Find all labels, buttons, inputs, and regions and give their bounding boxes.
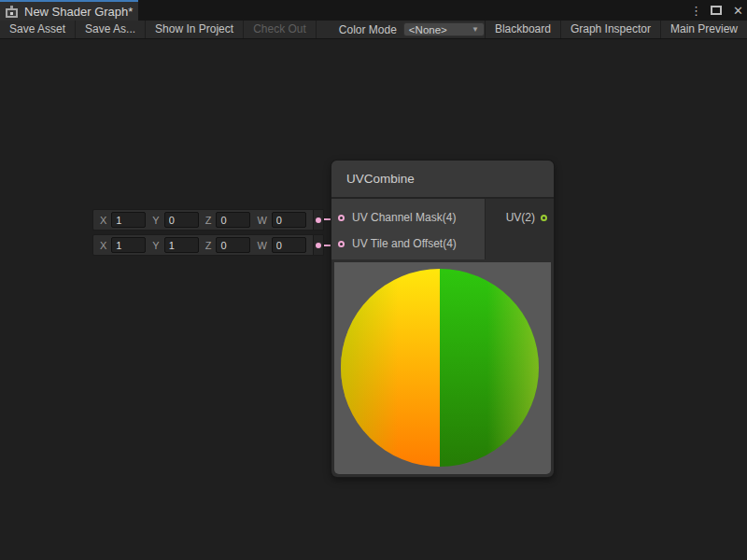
graph-canvas[interactable]: X Y Z W [0, 40, 747, 560]
input-port-icon[interactable] [338, 215, 345, 221]
check-out-button[interactable]: Check Out [244, 21, 317, 38]
output-port-row: UV(2) [486, 204, 554, 231]
preview-sphere [341, 269, 539, 467]
z-field[interactable] [216, 237, 250, 253]
tab-title: New Shader Graph* [24, 5, 133, 19]
node-uvcombine[interactable]: UVCombine UV Channel Mask(4) UV Tile and… [331, 161, 554, 477]
save-as-button[interactable]: Save As... [76, 21, 146, 38]
window-controls: ⋮ ✕ [690, 0, 743, 21]
x-field[interactable] [111, 237, 146, 253]
w-field[interactable] [272, 237, 306, 253]
shader-graph-icon [6, 7, 18, 18]
input-port-label: UV Tile and Offset(4) [352, 237, 457, 250]
z-label: Z [205, 215, 212, 226]
node-input-ports: UV Channel Mask(4) UV Tile and Offset(4) [331, 199, 485, 259]
output-port-icon[interactable] [541, 215, 547, 221]
blackboard-button[interactable]: Blackboard [485, 21, 560, 38]
show-in-project-button[interactable]: Show In Project [146, 21, 244, 38]
vector4-output-port[interactable] [313, 210, 323, 230]
port-dot-icon [316, 217, 321, 223]
maximize-icon[interactable] [711, 6, 722, 15]
vector4-fields: X Y Z W [93, 210, 313, 230]
preview-surface [334, 262, 551, 474]
vector4-output-port[interactable] [313, 235, 323, 255]
color-mode-label: Color Mode [339, 23, 403, 36]
color-mode-dropdown[interactable]: <None> ▼ [403, 22, 485, 36]
y-label: Y [152, 215, 159, 226]
node-port-area: UV Channel Mask(4) UV Tile and Offset(4)… [331, 199, 554, 259]
main-preview-button[interactable]: Main Preview [660, 21, 747, 38]
vector4-input-row-1: X Y Z W [92, 209, 324, 231]
node-output-ports: UV(2) [485, 199, 554, 259]
y-field[interactable] [164, 237, 199, 253]
tab-new-shader-graph[interactable]: New Shader Graph* [0, 0, 138, 21]
shader-graph-window: New Shader Graph* ⋮ ✕ Save Asset Save As… [0, 0, 747, 560]
y-label: Y [152, 240, 159, 251]
w-label: W [257, 215, 266, 226]
w-label: W [257, 240, 266, 251]
input-port-row: UV Channel Mask(4) [331, 204, 485, 231]
toolbar-right-group: Blackboard Graph Inspector Main Preview [485, 21, 747, 38]
chevron-down-icon: ▼ [472, 25, 479, 34]
node-title: UVCombine [331, 161, 554, 199]
output-port-label: UV(2) [506, 211, 535, 224]
save-asset-button[interactable]: Save Asset [0, 21, 76, 38]
input-port-row: UV Tile and Offset(4) [331, 231, 485, 257]
vector4-fields: X Y Z W [93, 235, 313, 255]
input-port-label: UV Channel Mask(4) [352, 211, 456, 224]
w-field[interactable] [272, 212, 306, 228]
graph-inspector-button[interactable]: Graph Inspector [560, 21, 660, 38]
x-label: X [100, 215, 106, 226]
z-label: Z [205, 240, 212, 251]
y-field[interactable] [164, 212, 199, 228]
tab-bar: New Shader Graph* ⋮ ✕ [0, 0, 747, 21]
x-label: X [100, 240, 106, 251]
node-preview [331, 259, 554, 477]
color-mode-value: <None> [409, 24, 447, 35]
preview-sphere-right-half [440, 269, 539, 467]
port-dot-icon [316, 243, 321, 248]
close-icon[interactable]: ✕ [733, 4, 743, 18]
kebab-menu-icon[interactable]: ⋮ [690, 4, 699, 18]
x-field[interactable] [111, 212, 146, 228]
toolbar: Save Asset Save As... Show In Project Ch… [0, 21, 747, 39]
z-field[interactable] [216, 212, 250, 228]
preview-sphere-left-half [341, 269, 440, 467]
input-port-icon[interactable] [338, 241, 345, 247]
vector4-input-row-2: X Y Z W [92, 234, 324, 256]
